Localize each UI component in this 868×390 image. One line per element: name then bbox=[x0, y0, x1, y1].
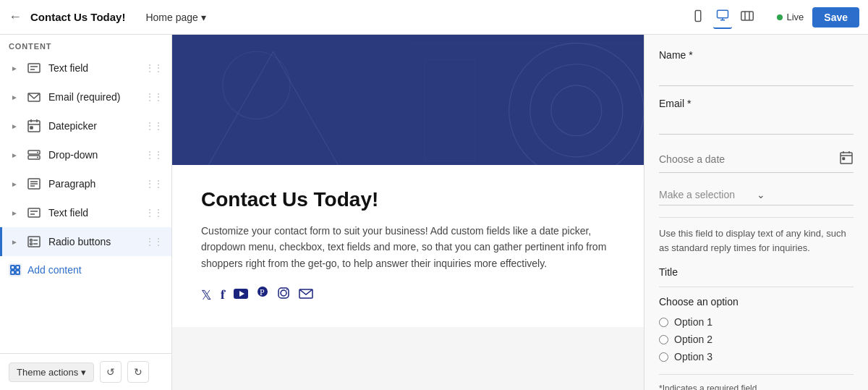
sidebar-item-text-field-2[interactable]: ► Text field ⋮⋮ bbox=[0, 198, 171, 227]
page-description: Customize your contact form to suit your… bbox=[201, 223, 615, 271]
select-placeholder: Make a selection bbox=[659, 189, 757, 200]
sidebar-item-datepicker[interactable]: ► Datepicker ⋮⋮ bbox=[0, 111, 171, 140]
svg-rect-36 bbox=[16, 271, 20, 274]
topbar: ← Contact Us Today! Home page ▾ Live Sav… bbox=[0, 0, 868, 35]
theme-actions-chevron: ▾ bbox=[81, 367, 86, 378]
twitter-icon: 𝕏 bbox=[201, 287, 212, 303]
sidebar-label-dropdown: Drop-down bbox=[48, 149, 138, 161]
text-field-icon-1 bbox=[27, 61, 41, 75]
name-label: Name * bbox=[659, 49, 854, 61]
live-badge: Live bbox=[777, 12, 804, 22]
page-body: Contact Us Today! Customize your contact… bbox=[172, 165, 644, 327]
svg-marker-40 bbox=[206, 51, 341, 165]
add-content-button[interactable]: Add content bbox=[0, 256, 171, 284]
email-input[interactable] bbox=[659, 114, 854, 135]
datepicker-icon bbox=[27, 119, 41, 133]
select-field[interactable]: Make a selection ⌄ bbox=[659, 185, 854, 205]
svg-rect-33 bbox=[11, 266, 14, 269]
svg-text:P: P bbox=[260, 287, 265, 297]
form-description: Use this field to display text of any ki… bbox=[659, 226, 854, 255]
canvas-inner: Contact Us Today! Customize your contact… bbox=[172, 35, 868, 390]
radio-label-2: Option 2 bbox=[674, 334, 712, 345]
live-dot bbox=[777, 14, 783, 20]
expand-arrow-3: ► bbox=[11, 122, 18, 130]
form-divider-2 bbox=[659, 287, 854, 287]
svg-point-39 bbox=[551, 85, 602, 136]
page-preview: Contact Us Today! Customize your contact… bbox=[172, 35, 644, 390]
wide-view-icon[interactable] bbox=[738, 7, 757, 28]
save-button[interactable]: Save bbox=[812, 7, 859, 27]
radio-buttons-icon bbox=[27, 234, 41, 249]
sidebar-item-text-field-1[interactable]: ► Text field ⋮⋮ bbox=[0, 54, 171, 82]
page-selector[interactable]: Home page ▾ bbox=[140, 9, 211, 26]
radio-group: Option 1 Option 2 Option 3 bbox=[659, 316, 854, 363]
svg-point-38 bbox=[530, 64, 623, 157]
drag-handle-2[interactable]: ⋮⋮ bbox=[145, 92, 163, 102]
main-layout: CONTENT ► Text field ⋮⋮ ► Email (require… bbox=[0, 35, 868, 390]
desktop-view-icon[interactable] bbox=[713, 6, 732, 29]
sidebar-item-email[interactable]: ► Email (required) ⋮⋮ bbox=[0, 82, 171, 111]
drag-handle-4[interactable]: ⋮⋮ bbox=[145, 150, 163, 160]
instagram-icon bbox=[277, 287, 290, 303]
sidebar-label-text-field-2: Text field bbox=[48, 207, 138, 219]
svg-rect-2 bbox=[718, 10, 728, 18]
name-input[interactable] bbox=[659, 65, 854, 86]
mobile-view-icon[interactable] bbox=[689, 7, 707, 28]
expand-arrow-7: ► bbox=[11, 238, 18, 246]
sidebar-label-datepicker: Datepicker bbox=[48, 120, 138, 132]
svg-point-50 bbox=[281, 290, 286, 296]
svg-rect-43 bbox=[425, 60, 475, 161]
radio-group-label: Choose an option bbox=[659, 296, 854, 308]
name-field: Name * bbox=[659, 49, 854, 86]
svg-rect-57 bbox=[843, 158, 845, 160]
drag-handle-7[interactable]: ⋮⋮ bbox=[145, 237, 163, 247]
theme-actions-button[interactable]: Theme actions ▾ bbox=[9, 363, 94, 382]
sidebar-label-text-field-1: Text field bbox=[48, 62, 138, 74]
svg-rect-0 bbox=[696, 10, 702, 21]
sidebar-item-radio-buttons[interactable]: ► Radio buttons ⋮⋮ bbox=[0, 227, 171, 256]
expand-arrow-6: ► bbox=[11, 209, 18, 217]
expand-arrow-4: ► bbox=[11, 151, 18, 159]
email-label: Email * bbox=[659, 98, 854, 109]
facebook-icon: 𝐟 bbox=[221, 287, 225, 302]
drag-handle-3[interactable]: ⋮⋮ bbox=[145, 121, 163, 131]
page-heading: Contact Us Today! bbox=[201, 188, 615, 211]
theme-actions-label: Theme actions bbox=[17, 367, 78, 378]
radio-input-1[interactable] bbox=[659, 318, 668, 327]
radio-option-3: Option 3 bbox=[659, 351, 854, 363]
sidebar-label-email: Email (required) bbox=[48, 91, 138, 103]
sidebar-label-radio-buttons: Radio buttons bbox=[48, 236, 138, 247]
view-icons bbox=[689, 6, 757, 29]
sidebar-item-dropdown[interactable]: ► Drop-down ⋮⋮ bbox=[0, 140, 171, 169]
live-label: Live bbox=[786, 12, 804, 22]
form-divider-3 bbox=[659, 374, 854, 375]
select-wrapper[interactable]: Make a selection ⌄ bbox=[659, 185, 854, 205]
redo-button[interactable]: ↻ bbox=[127, 361, 149, 383]
radio-option-1: Option 1 bbox=[659, 316, 854, 328]
svg-rect-35 bbox=[11, 271, 14, 274]
form-panel: Name * Email * bbox=[644, 35, 868, 390]
add-icon bbox=[9, 263, 22, 276]
undo-button[interactable]: ↺ bbox=[100, 361, 122, 383]
radio-input-3[interactable] bbox=[659, 352, 668, 362]
radio-label-1: Option 1 bbox=[674, 316, 712, 328]
svg-point-42 bbox=[223, 51, 290, 119]
svg-point-29 bbox=[30, 239, 32, 242]
svg-rect-8 bbox=[28, 64, 40, 72]
back-button[interactable]: ← bbox=[9, 9, 22, 25]
drag-handle-6[interactable]: ⋮⋮ bbox=[145, 208, 163, 218]
sidebar-item-paragraph[interactable]: ► Paragraph ⋮⋮ bbox=[0, 169, 171, 198]
select-chevron: ⌄ bbox=[757, 189, 854, 200]
date-input-wrapper[interactable] bbox=[659, 146, 854, 173]
pinterest-icon: P bbox=[257, 286, 268, 304]
svg-rect-16 bbox=[30, 127, 33, 129]
email-icon bbox=[27, 90, 41, 104]
svg-rect-25 bbox=[28, 208, 40, 217]
drag-handle-5[interactable]: ⋮⋮ bbox=[145, 179, 163, 189]
date-input[interactable] bbox=[659, 153, 839, 165]
radio-label-3: Option 3 bbox=[674, 351, 712, 363]
radio-input-2[interactable] bbox=[659, 335, 668, 344]
drag-handle-1[interactable]: ⋮⋮ bbox=[145, 63, 163, 73]
expand-arrow-5: ► bbox=[11, 180, 18, 188]
svg-rect-28 bbox=[28, 237, 40, 247]
